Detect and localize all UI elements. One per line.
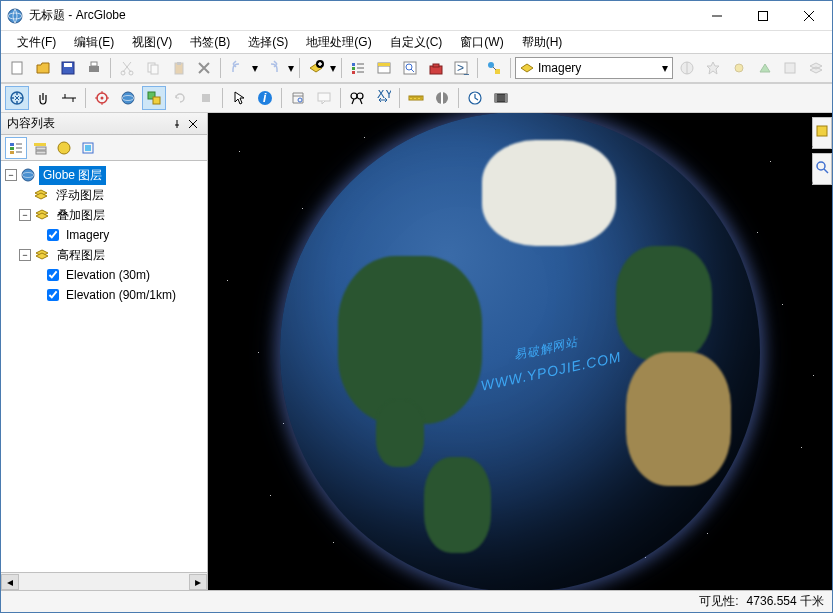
layer-selector-value: Imagery bbox=[538, 61, 581, 75]
menu-view[interactable]: 视图(V) bbox=[124, 32, 180, 53]
redo-button[interactable] bbox=[261, 56, 285, 80]
scroll-left-icon[interactable]: ◂ bbox=[1, 574, 19, 590]
tree-draped-label: 叠加图层 bbox=[53, 206, 109, 225]
swipe-tool[interactable] bbox=[430, 86, 454, 110]
tree-root-label: Globe 图层 bbox=[39, 166, 106, 185]
menu-customize[interactable]: 自定义(C) bbox=[382, 32, 451, 53]
menu-window[interactable]: 窗口(W) bbox=[452, 32, 511, 53]
undo-button[interactable] bbox=[225, 56, 249, 80]
minimize-button[interactable] bbox=[694, 1, 740, 31]
save-button[interactable] bbox=[57, 56, 81, 80]
maximize-button[interactable] bbox=[740, 1, 786, 31]
search-window-button[interactable] bbox=[398, 56, 422, 80]
hyperlink-tool[interactable] bbox=[286, 86, 310, 110]
catalog-tab[interactable]: 目录 bbox=[812, 117, 832, 149]
svg-rect-19 bbox=[378, 63, 390, 66]
menubar: 文件(F) 编辑(E) 视图(V) 书签(B) 选择(S) 地理处理(G) 自定… bbox=[1, 31, 832, 53]
layer-selector[interactable]: Imagery ▾ bbox=[515, 57, 673, 79]
add-data-button[interactable] bbox=[304, 56, 328, 80]
menu-bookmarks[interactable]: 书签(B) bbox=[182, 32, 238, 53]
print-button[interactable] bbox=[82, 56, 106, 80]
refresh-button[interactable] bbox=[168, 86, 192, 110]
find-tool[interactable] bbox=[345, 86, 369, 110]
undo-dropdown[interactable]: ▾ bbox=[251, 61, 259, 75]
separator bbox=[281, 88, 282, 108]
svg-rect-37 bbox=[153, 97, 160, 104]
scroll-right-icon[interactable]: ▸ bbox=[189, 574, 207, 590]
toc-hscroll[interactable]: ◂ ▸ bbox=[1, 572, 207, 590]
tree-floating-row[interactable]: 浮动图层 bbox=[3, 185, 205, 205]
close-button[interactable] bbox=[786, 1, 832, 31]
copy-button[interactable] bbox=[141, 56, 165, 80]
pin-icon[interactable] bbox=[169, 116, 185, 132]
effects-swipe-button[interactable] bbox=[675, 56, 699, 80]
navigate-tool[interactable] bbox=[5, 86, 29, 110]
cut-button[interactable] bbox=[115, 56, 139, 80]
tree-draped-row[interactable]: − 叠加图层 bbox=[3, 205, 205, 225]
zoom-in-out-tool[interactable] bbox=[57, 86, 81, 110]
imagery-checkbox[interactable] bbox=[47, 229, 59, 241]
model-builder-button[interactable] bbox=[482, 56, 506, 80]
paste-button[interactable] bbox=[167, 56, 191, 80]
globe-view[interactable]: 易破解网站 WWW.YPOJIE.COM bbox=[208, 113, 832, 590]
menu-file[interactable]: 文件(F) bbox=[9, 32, 64, 53]
elev30-checkbox[interactable] bbox=[47, 269, 59, 281]
stop-button[interactable] bbox=[194, 86, 218, 110]
delete-button[interactable] bbox=[192, 56, 216, 80]
open-button[interactable] bbox=[31, 56, 55, 80]
catalog-window-button[interactable] bbox=[372, 56, 396, 80]
collapse-icon[interactable]: − bbox=[19, 209, 31, 221]
effects-flicker-button[interactable] bbox=[701, 56, 725, 80]
full-extent-button[interactable] bbox=[116, 86, 140, 110]
tree-elev30-label: Elevation (30m) bbox=[62, 267, 154, 283]
layer-group-icon bbox=[34, 207, 50, 223]
menu-edit[interactable]: 编辑(E) bbox=[66, 32, 122, 53]
search-tab[interactable]: 搜索 bbox=[812, 153, 832, 185]
svg-rect-16 bbox=[352, 67, 355, 70]
menu-help[interactable]: 帮助(H) bbox=[514, 32, 571, 53]
toc-button[interactable] bbox=[346, 56, 370, 80]
collapse-icon[interactable]: − bbox=[19, 249, 31, 261]
tree-imagery-row[interactable]: Imagery bbox=[3, 225, 205, 245]
effects-layer-button[interactable] bbox=[804, 56, 828, 80]
svg-rect-52 bbox=[10, 143, 14, 146]
python-button[interactable]: >_ bbox=[449, 56, 473, 80]
list-by-source-tab[interactable] bbox=[29, 137, 51, 159]
target-tool[interactable] bbox=[90, 86, 114, 110]
measure-tool[interactable] bbox=[404, 86, 428, 110]
html-popup-tool[interactable] bbox=[312, 86, 336, 110]
tree-root-row[interactable]: − Globe 图层 bbox=[3, 165, 205, 185]
effects-3d-button[interactable] bbox=[753, 56, 777, 80]
redo-dropdown[interactable]: ▾ bbox=[287, 61, 295, 75]
time-slider-button[interactable] bbox=[463, 86, 487, 110]
new-button[interactable] bbox=[5, 56, 29, 80]
menu-selection[interactable]: 选择(S) bbox=[240, 32, 296, 53]
add-data-dropdown[interactable]: ▾ bbox=[329, 61, 337, 75]
globe-icon bbox=[20, 167, 36, 183]
animation-button[interactable] bbox=[489, 86, 513, 110]
tree-elev30-row[interactable]: Elevation (30m) bbox=[3, 265, 205, 285]
svg-point-64 bbox=[817, 162, 825, 170]
effects-brightness-button[interactable] bbox=[727, 56, 751, 80]
menu-geoprocessing[interactable]: 地理处理(G) bbox=[298, 32, 379, 53]
effects-transparency-button[interactable] bbox=[779, 56, 803, 80]
goto-xy-tool[interactable]: XY bbox=[371, 86, 395, 110]
list-by-selection-tab[interactable] bbox=[77, 137, 99, 159]
list-by-drawing-order-tab[interactable] bbox=[5, 137, 27, 159]
elev90-checkbox[interactable] bbox=[47, 289, 59, 301]
select-tool[interactable] bbox=[227, 86, 251, 110]
svg-point-43 bbox=[351, 93, 357, 99]
list-by-visibility-tab[interactable] bbox=[53, 137, 75, 159]
close-icon[interactable] bbox=[185, 116, 201, 132]
separator bbox=[458, 88, 459, 108]
toolbox-button[interactable] bbox=[424, 56, 448, 80]
tree-elev90-row[interactable]: Elevation (90m/1km) bbox=[3, 285, 205, 305]
zoom-box-tool[interactable] bbox=[142, 86, 166, 110]
collapse-icon[interactable]: − bbox=[5, 169, 17, 181]
scroll-track[interactable] bbox=[19, 574, 189, 590]
tree-elevation-group-row[interactable]: − 高程图层 bbox=[3, 245, 205, 265]
pan-tool[interactable] bbox=[31, 86, 55, 110]
titlebar: 无标题 - ArcGlobe bbox=[1, 1, 832, 31]
identify-tool[interactable]: i bbox=[253, 86, 277, 110]
tools-toolbar: i XY bbox=[1, 83, 832, 113]
